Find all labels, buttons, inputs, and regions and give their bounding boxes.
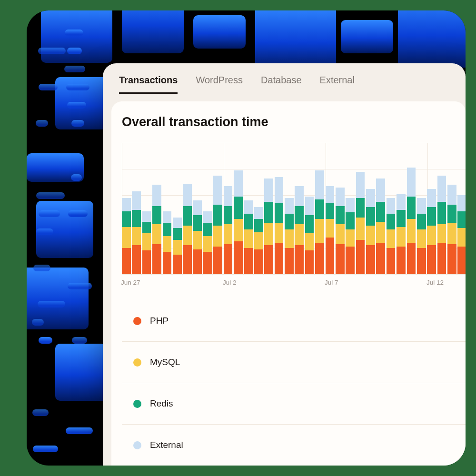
chart-bars bbox=[122, 143, 466, 274]
bar-column bbox=[132, 143, 141, 274]
bar-column bbox=[336, 143, 345, 274]
bar-column bbox=[224, 143, 233, 274]
dashboard-card: TransactionsWordPressDatabaseExternal Ov… bbox=[103, 63, 466, 466]
x-tick: Jul 7 bbox=[325, 279, 338, 286]
legend-item-external[interactable]: External bbox=[122, 425, 466, 466]
panel-title: Overall transaction time bbox=[122, 115, 466, 129]
bar-column bbox=[427, 143, 436, 274]
legend-label: Redis bbox=[150, 398, 173, 409]
legend-item-php[interactable]: PHP bbox=[122, 300, 466, 342]
tab-wordpress[interactable]: WordPress bbox=[196, 75, 243, 94]
bar-column bbox=[437, 143, 446, 274]
bar-column bbox=[264, 143, 273, 274]
tab-transactions[interactable]: Transactions bbox=[119, 75, 178, 94]
tab-bar: TransactionsWordPressDatabaseExternal bbox=[103, 63, 466, 94]
bar-column bbox=[275, 143, 284, 274]
bar-column bbox=[234, 143, 243, 274]
bar-column bbox=[122, 143, 131, 274]
bar-column bbox=[407, 143, 416, 274]
bar-column bbox=[447, 143, 456, 274]
bar-column bbox=[285, 143, 294, 274]
bar-column bbox=[376, 143, 385, 274]
x-tick: Jun 27 bbox=[121, 279, 140, 286]
bar-column bbox=[305, 143, 314, 274]
decorative-background-card: TransactionsWordPressDatabaseExternal Ov… bbox=[27, 10, 466, 466]
bar-column bbox=[315, 143, 324, 274]
bar-column bbox=[387, 143, 396, 274]
bar-column bbox=[326, 143, 335, 274]
bar-column bbox=[213, 143, 222, 274]
legend-swatch bbox=[133, 317, 141, 325]
bar-column bbox=[183, 143, 192, 274]
legend-item-redis[interactable]: Redis bbox=[122, 383, 466, 425]
legend-swatch bbox=[133, 400, 141, 408]
bar-column bbox=[203, 143, 212, 274]
bar-column bbox=[397, 143, 406, 274]
tab-database[interactable]: Database bbox=[261, 75, 302, 94]
legend-item-mysql[interactable]: MySQL bbox=[122, 342, 466, 383]
bar-column bbox=[254, 143, 263, 274]
legend-label: MySQL bbox=[150, 357, 180, 367]
bar-column bbox=[163, 143, 172, 274]
chart-legend: PHPMySQLRedisExternal bbox=[122, 300, 466, 466]
bar-column bbox=[295, 143, 304, 274]
x-tick: Jul 2 bbox=[223, 279, 237, 286]
bar-column bbox=[244, 143, 253, 274]
bar-column bbox=[457, 143, 466, 274]
legend-swatch bbox=[133, 441, 141, 449]
transaction-time-chart: Jun 27Jul 2Jul 7Jul 12 bbox=[122, 143, 466, 274]
bar-column bbox=[173, 143, 182, 274]
bar-column bbox=[152, 143, 161, 274]
bar-column bbox=[193, 143, 202, 274]
x-tick: Jul 12 bbox=[426, 279, 444, 286]
tab-external[interactable]: External bbox=[320, 75, 355, 94]
chart-x-ticks: Jun 27Jul 2Jul 7Jul 12 bbox=[122, 279, 466, 288]
bar-column bbox=[346, 143, 355, 274]
transactions-panel: Overall transaction time Jun 27Jul 2Jul … bbox=[111, 101, 466, 466]
legend-label: External bbox=[150, 440, 183, 450]
bar-column bbox=[417, 143, 426, 274]
bar-column bbox=[356, 143, 365, 274]
bar-column bbox=[366, 143, 375, 274]
legend-label: PHP bbox=[150, 316, 169, 326]
bar-column bbox=[142, 143, 151, 274]
legend-swatch bbox=[133, 358, 141, 367]
